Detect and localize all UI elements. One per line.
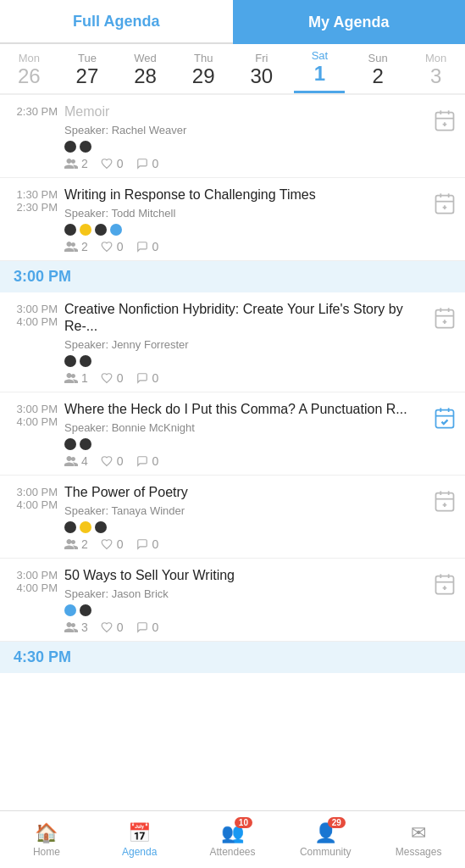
people-icon [64,158,78,170]
heart-icon [100,455,113,467]
comment-icon [136,372,149,384]
time-section-430pm: 4:30 PM [0,642,465,673]
heart-icon [100,241,113,253]
dot [80,604,91,616]
people-icon [64,621,78,633]
comment-icon [136,158,149,170]
dot [80,224,91,236]
session-power-of-poetry[interactable]: 3:00 PM 4:00 PM The Power of Poetry Spea… [0,476,465,559]
day-thu29[interactable]: Thu 29 [178,52,229,93]
comment-icon [136,455,149,467]
session-creative-nonfiction[interactable]: 3:00 PM 4:00 PM Creative Nonfiction Hybr… [0,292,465,393]
comment-icon [136,621,149,633]
time-section-3pm: 3:00 PM [0,261,465,292]
comment-icon [136,241,149,253]
heart-icon [100,158,113,170]
people-icon [64,538,78,550]
add-to-calendar-button[interactable] [431,304,458,331]
dot [95,224,107,236]
heart-icon [100,372,113,384]
remove-from-calendar-button[interactable] [431,404,458,431]
session-comma-punctuation[interactable]: 3:00 PM 4:00 PM Where the Heck do I Put … [0,392,465,476]
dot [110,224,122,236]
dot [64,141,76,153]
add-to-calendar-button[interactable] [431,190,458,217]
svg-rect-6 [436,195,454,213]
dot [64,521,76,533]
day-mon26[interactable]: Mon 26 [3,52,54,93]
session-memoir[interactable]: 2:30 PM Memoir Speaker: Rachel Weaver 2 … [0,95,465,178]
add-to-calendar-button[interactable] [431,107,458,134]
heart-icon [100,621,113,633]
session-writing-response[interactable]: 1:30 PM 2:30 PM Writing in Response to C… [0,178,465,261]
comment-icon [136,538,149,550]
my-agenda-tab[interactable]: My Agenda [233,0,466,44]
people-icon [64,241,78,253]
dot [64,604,76,616]
dot [64,224,76,236]
dot [64,438,76,450]
agenda-scroll-area: 2:30 PM Memoir Speaker: Rachel Weaver 2 … [0,95,465,732]
dot [64,355,76,367]
dot [80,141,91,153]
day-fri30[interactable]: Fri 30 [236,52,287,93]
day-sat1[interactable]: Sat 1 [294,49,345,93]
session-50-ways[interactable]: 3:00 PM 4:00 PM 50 Ways to Sell Your Wri… [0,559,465,642]
svg-rect-18 [436,410,454,428]
full-agenda-tab[interactable]: Full Agenda [0,0,233,44]
svg-rect-28 [436,576,454,593]
add-to-calendar-button[interactable] [431,487,458,515]
day-tue27[interactable]: Tue 27 [62,52,113,93]
day-sun2[interactable]: Sun 2 [352,52,403,93]
top-tab-bar: Full Agenda My Agenda [0,0,465,44]
dot [95,521,107,533]
day-mon3[interactable]: Mon 3 [411,52,462,93]
dot [80,438,91,450]
svg-rect-22 [436,493,454,511]
day-header: Mon 26 Tue 27 Wed 28 Thu 29 Fri 30 Sat 1… [0,44,465,95]
heart-icon [100,538,113,550]
people-icon [64,455,78,467]
add-to-calendar-button[interactable] [431,570,458,598]
svg-rect-0 [436,113,454,131]
svg-rect-12 [436,309,454,327]
people-icon [64,372,78,384]
day-wed28[interactable]: Wed 28 [120,52,171,93]
dot [80,521,91,533]
dot [80,355,91,367]
